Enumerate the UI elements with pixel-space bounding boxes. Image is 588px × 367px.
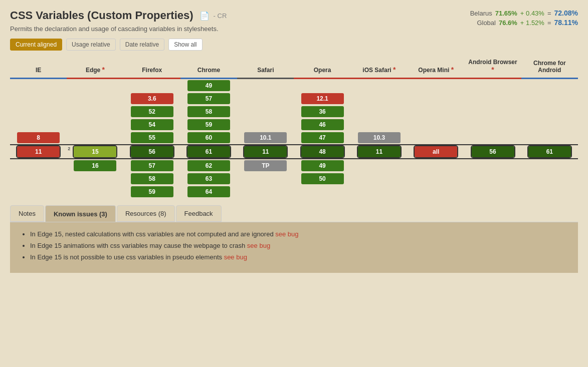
firefox-cell [124, 79, 180, 93]
global-base: 76.6% [499, 19, 517, 27]
page-description: Permits the declaration and usage of cas… [10, 25, 227, 33]
global-total: 78.11% [554, 19, 578, 27]
global-equals: = [547, 19, 551, 27]
opera-cell: 47 [294, 131, 350, 145]
belarus-plus: + 0.43% [520, 10, 544, 17]
browser-firefox-header: Firefox [124, 56, 180, 79]
firefox-cell: 3.6 [124, 92, 180, 105]
browser-header-row: IE Edge * Firefox Chrome Safari Opera iO… [10, 56, 578, 79]
chrome-cell: 57 [180, 92, 237, 105]
tabs-container: Notes Known issues (3) Resources (8) Fee… [10, 205, 578, 222]
safari-cell [237, 92, 294, 105]
safari-cell: TP [237, 159, 294, 172]
opera-cell [294, 79, 350, 93]
chrome-android-cell [521, 92, 578, 105]
filter-usage-relative[interactable]: Usage relative [66, 39, 116, 51]
bug-link[interactable]: see bug [224, 253, 247, 261]
android-cell [464, 118, 521, 131]
ios-cell [351, 79, 408, 93]
tab-resources[interactable]: Resources (8) [117, 205, 175, 222]
edge-cell [67, 131, 123, 145]
android-cell [464, 92, 521, 105]
opera-mini-cell [408, 185, 464, 198]
chrome-cell: 59 [180, 118, 237, 131]
belarus-base: 71.65% [495, 10, 517, 17]
opera-cell: 50 [294, 172, 350, 185]
page-title: CSS Variables (Custom Properties) 📄 - CR [10, 9, 227, 22]
safari-cell [237, 118, 294, 131]
opera-mini-cell [408, 118, 464, 131]
tab-known-issues[interactable]: Known issues (3) [45, 205, 116, 222]
chrome-cell: 63 [180, 172, 237, 185]
ie-cell-current: 11 [10, 145, 67, 159]
firefox-cell: 54 [124, 118, 180, 131]
ie-cell [10, 79, 67, 93]
browser-chrome-android-header: Chrome for Android [521, 56, 578, 79]
tab-notes[interactable]: Notes [10, 205, 44, 222]
chrome-cell-current: 61 [180, 145, 237, 159]
chrome-android-cell [521, 159, 578, 172]
edge-cell [67, 172, 123, 185]
browser-edge-header: Edge * [67, 56, 123, 79]
android-cell [464, 172, 521, 185]
global-label: Global [468, 19, 496, 27]
android-cell [464, 185, 521, 198]
table-row: 3.6 57 12.1 [10, 92, 578, 105]
opera-mini-cell [408, 131, 464, 145]
opera-mini-cell-current: all [408, 145, 464, 159]
compat-table-container: IE Edge * Firefox Chrome Safari Opera iO… [10, 56, 578, 198]
ios-cell-current: 11 [351, 145, 408, 159]
global-plus: + 1.52% [520, 19, 544, 27]
table-row: 49 [10, 79, 578, 93]
opera-cell: 12.1 [294, 92, 350, 105]
ios-cell [351, 185, 408, 198]
opera-mini-cell [408, 159, 464, 172]
table-row: 16 57 62 TP 49 [10, 159, 578, 172]
chrome-cell: 58 [180, 105, 237, 118]
chrome-android-cell [521, 131, 578, 145]
chrome-android-cell-current: 61 [521, 145, 578, 159]
ie-cell [10, 185, 67, 198]
chrome-android-cell [521, 118, 578, 131]
edge-cell [67, 105, 123, 118]
edge-cell [67, 118, 123, 131]
opera-mini-cell [408, 92, 464, 105]
safari-cell [237, 79, 294, 93]
browser-ie-header: IE [10, 56, 67, 79]
ie-cell [10, 172, 67, 185]
ie-cell [10, 105, 67, 118]
bug-link[interactable]: see bug [275, 230, 298, 238]
edge-cell [67, 92, 123, 105]
opera-cell-current: 48 [294, 145, 350, 159]
safari-cell [237, 105, 294, 118]
filter-date-relative[interactable]: Date relative [120, 39, 164, 51]
opera-mini-cell [408, 79, 464, 93]
opera-cell [294, 185, 350, 198]
title-section: CSS Variables (Custom Properties) 📄 - CR… [10, 9, 227, 33]
ios-cell: 10.3 [351, 131, 408, 145]
belarus-label: Belarus [465, 10, 492, 17]
tab-feedback[interactable]: Feedback [176, 205, 222, 222]
browser-chrome-header: Chrome [180, 56, 237, 79]
browser-opera-header: Opera [294, 56, 350, 79]
list-item: In Edge 15 animations with css variables… [30, 242, 568, 249]
safari-cell-current: 11 [237, 145, 294, 159]
belarus-stats: Belarus 71.65% + 0.43% = 72.08% [465, 9, 578, 17]
compat-table: IE Edge * Firefox Chrome Safari Opera iO… [10, 56, 578, 198]
table-row: 52 58 36 [10, 105, 578, 118]
filter-current-aligned[interactable]: Current aligned [10, 39, 62, 51]
opera-cell: 46 [294, 118, 350, 131]
table-row: 59 64 [10, 185, 578, 198]
bug-link[interactable]: see bug [247, 242, 270, 249]
browser-opera-mini-header: Opera Mini * [408, 56, 464, 79]
ios-cell [351, 92, 408, 105]
table-row: 58 63 50 [10, 172, 578, 185]
edge-cell-current: 2 15 [67, 145, 123, 159]
ie-cell [10, 159, 67, 172]
firefox-cell: 55 [124, 131, 180, 145]
opera-mini-cell [408, 172, 464, 185]
safari-cell [237, 172, 294, 185]
browser-android-header: Android Browser * [464, 56, 521, 79]
filter-show-all[interactable]: Show all [168, 39, 202, 51]
header-row: CSS Variables (Custom Properties) 📄 - CR… [10, 9, 578, 33]
